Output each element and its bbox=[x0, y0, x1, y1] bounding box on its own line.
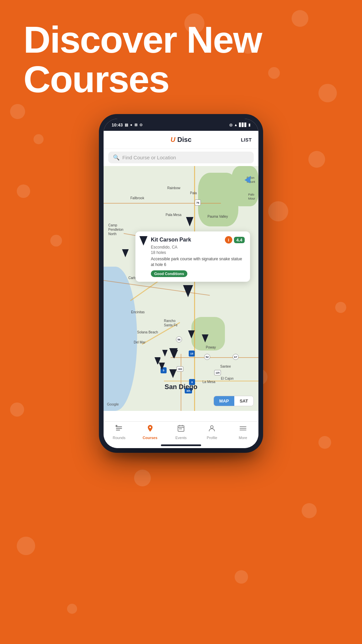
messenger-icon: ⊙ bbox=[139, 123, 142, 127]
search-bar: 🔍 Find Course or Location bbox=[104, 149, 258, 166]
course-location: Escondido, CA bbox=[151, 245, 245, 250]
nav-label-courses: Courses bbox=[143, 436, 158, 440]
map-label-ranchosantafe: RanchoSanta Fe bbox=[164, 319, 178, 327]
route-76 bbox=[104, 203, 221, 204]
course-description: Accessible park course with signature sn… bbox=[151, 256, 245, 268]
nav-label-more: More bbox=[239, 436, 247, 440]
map-label-rainbow: Rainbow bbox=[167, 186, 180, 190]
map-pin-5[interactable] bbox=[202, 334, 208, 342]
hero-title-line1: Discover New bbox=[23, 20, 339, 60]
course-holes: 18 holes bbox=[151, 250, 245, 255]
condition-badge: Good Conditions bbox=[151, 270, 187, 277]
map-pin-8[interactable] bbox=[162, 350, 168, 357]
route-badge-76: 76 bbox=[195, 200, 201, 206]
google-watermark: Google bbox=[107, 402, 119, 406]
map-background: Rainbow Fallbrook Pala Pala Mesa Pauma V… bbox=[104, 166, 258, 411]
map-pin-10[interactable] bbox=[169, 369, 177, 378]
nav-item-events[interactable]: Events bbox=[166, 424, 196, 440]
rating-badge: 4.4 bbox=[234, 237, 245, 243]
map-label-delmar: Del Mar bbox=[134, 340, 145, 344]
map-area[interactable]: Rainbow Fallbrook Pala Pala Mesa Pauma V… bbox=[104, 166, 258, 411]
info-badge: i bbox=[225, 236, 232, 244]
map-pin-11[interactable] bbox=[156, 358, 161, 364]
home-indicator bbox=[161, 444, 201, 446]
battery-icon: ▮ bbox=[248, 123, 250, 127]
nav-label-profile: Profile bbox=[207, 436, 217, 440]
svg-rect-2 bbox=[116, 430, 120, 431]
map-label-elcajon: El Cajon bbox=[221, 377, 234, 380]
course-popup-pin-icon bbox=[139, 236, 149, 246]
svg-rect-10 bbox=[181, 428, 182, 429]
grid-icon: ⊞ bbox=[134, 123, 137, 127]
rounds-icon bbox=[115, 424, 123, 434]
map-label-lamesa: La Mesa bbox=[202, 380, 215, 384]
notification-icon: ● bbox=[130, 123, 132, 127]
status-bar: 10:43 ▤ ● ⊞ ⊙ ◎ ▲ ▋▋▋ ▮ bbox=[104, 119, 258, 131]
map-label-pala: Pala bbox=[190, 191, 197, 195]
route-badge-52: 52 bbox=[204, 354, 210, 360]
route-badge-125: 125 bbox=[214, 370, 221, 375]
status-time: 10:43 bbox=[112, 122, 123, 127]
map-toggle-map[interactable]: MAP bbox=[214, 396, 234, 406]
wifi-icon: ▲ bbox=[234, 123, 238, 127]
location-status-icon: ◎ bbox=[229, 123, 233, 127]
map-label-solanabeach: Solana Beach bbox=[137, 330, 158, 334]
route-badge-67: 67 bbox=[233, 354, 239, 360]
map-label-fallbrook: Fallbrook bbox=[130, 196, 144, 200]
route-badge-56: 56 bbox=[176, 336, 182, 342]
phone-outer: 10:43 ▤ ● ⊞ ⊙ ◎ ▲ ▋▋▋ ▮ U Disc bbox=[99, 114, 263, 453]
nav-item-profile[interactable]: Profile bbox=[196, 424, 227, 440]
map-toggle-sat[interactable]: SAT bbox=[234, 396, 253, 406]
map-pin-kit-carson[interactable] bbox=[186, 217, 193, 226]
svg-rect-9 bbox=[179, 428, 180, 429]
more-icon bbox=[239, 424, 247, 434]
map-label-camppendleton: CampPendletonNorth bbox=[108, 223, 123, 236]
nav-item-more[interactable]: More bbox=[228, 424, 258, 440]
svg-rect-3 bbox=[116, 425, 117, 427]
map-pin-selected[interactable] bbox=[183, 285, 193, 297]
list-button[interactable]: LIST bbox=[241, 137, 252, 143]
map-label-santee: Santee bbox=[220, 365, 231, 368]
profile-icon bbox=[208, 424, 216, 434]
signal-icon: ▋▋▋ bbox=[239, 123, 247, 127]
hero-title: Discover New Courses bbox=[23, 20, 339, 99]
phone-screen: 10:43 ▤ ● ⊞ ⊙ ◎ ▲ ▋▋▋ ▮ U Disc bbox=[104, 119, 258, 448]
phone-mockup: 10:43 ▤ ● ⊞ ⊙ ◎ ▲ ▋▋▋ ▮ U Disc bbox=[99, 114, 263, 453]
map-pin-12[interactable] bbox=[169, 348, 178, 358]
bottom-nav: Rounds Courses bbox=[104, 421, 258, 448]
nav-label-rounds: Rounds bbox=[113, 436, 125, 440]
map-pin-4[interactable] bbox=[188, 330, 195, 338]
route-badge-15: 15 bbox=[189, 351, 195, 357]
status-right: ◎ ▲ ▋▋▋ ▮ bbox=[229, 123, 250, 127]
search-icon: 🔍 bbox=[113, 154, 120, 161]
map-label-paumavalley: Pauma Valley bbox=[207, 215, 228, 218]
course-popup-header: Kit Carson Park i 4.4 bbox=[151, 236, 245, 244]
course-name: Kit Carson Park bbox=[151, 237, 191, 243]
sim-icon: ▤ bbox=[125, 123, 128, 127]
app-header: U Disc LIST bbox=[104, 131, 258, 149]
route-badge-163: 163 bbox=[177, 366, 183, 372]
course-popup-card[interactable]: Kit Carson Park i 4.4 Escondido, CA 18 h… bbox=[135, 231, 250, 282]
hero-title-line2: Courses bbox=[23, 60, 339, 99]
course-badges: i 4.4 bbox=[225, 236, 245, 244]
map-label-encinitas: Encinitas bbox=[131, 310, 145, 314]
ocean-area bbox=[104, 267, 137, 411]
route-52 bbox=[171, 357, 258, 358]
map-label-poway: Poway bbox=[206, 345, 216, 349]
search-input[interactable]: Find Course or Location bbox=[122, 155, 176, 160]
udisc-logo: U Disc bbox=[171, 136, 192, 144]
nav-label-events: Events bbox=[175, 436, 187, 440]
svg-point-4 bbox=[149, 427, 151, 428]
map-satellite-toggle[interactable]: MAP SAT bbox=[214, 396, 254, 406]
nav-item-rounds[interactable]: Rounds bbox=[104, 424, 134, 440]
logo-u-icon: U bbox=[171, 136, 175, 144]
map-pin-1[interactable] bbox=[122, 249, 129, 257]
svg-rect-1 bbox=[116, 428, 122, 429]
nav-item-courses[interactable]: Courses bbox=[134, 424, 165, 440]
route-163 bbox=[181, 354, 181, 411]
status-left: 10:43 ▤ ● ⊞ ⊙ bbox=[112, 122, 142, 127]
map-label-palamesa: Pala Mesa bbox=[166, 213, 181, 217]
logo-disc-text: Disc bbox=[177, 136, 191, 144]
search-input-wrap[interactable]: 🔍 Find Course or Location bbox=[108, 152, 254, 163]
courses-icon bbox=[146, 424, 154, 434]
